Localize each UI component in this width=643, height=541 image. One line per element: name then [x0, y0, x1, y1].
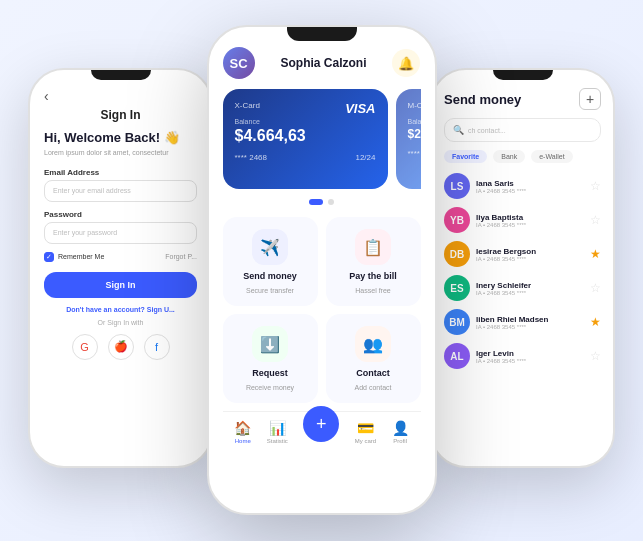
filter-bank[interactable]: Bank — [493, 150, 525, 163]
contact-number-0: IA • 2468 3545 **** — [476, 188, 590, 194]
star-icon-5[interactable]: ☆ — [590, 349, 601, 363]
card-mcard[interactable]: M-Card Balance $2.664, **** 7897 — [396, 89, 421, 189]
email-input[interactable]: Enter your email address — [44, 180, 197, 202]
contact-item-5[interactable]: AL lger Levin IA • 2468 3545 **** ☆ — [444, 343, 601, 369]
nav-add-button[interactable]: + — [303, 406, 339, 442]
add-contact-button[interactable]: + — [579, 88, 601, 110]
contact-name-2: lesirae Bergson — [476, 247, 590, 256]
contact-item-0[interactable]: LS lana Saris IA • 2468 3545 **** ☆ — [444, 173, 601, 199]
password-label: Password — [44, 210, 197, 219]
contact-name-4: liben Rhiel Madsen — [476, 315, 590, 324]
request-title: Request — [252, 368, 288, 378]
send-money-title: Send money — [243, 271, 297, 281]
remember-checkbox[interactable]: ✓ — [44, 252, 54, 262]
nav-home[interactable]: 🏠 Home — [234, 420, 251, 444]
send-money-button[interactable]: ✈️ Send money Secure transfer — [223, 217, 318, 306]
contact-avatar-2: DB — [444, 241, 470, 267]
contact-name-3: lnery Schleifer — [476, 281, 590, 290]
star-icon-2[interactable]: ★ — [590, 247, 601, 261]
contact-info-4: liben Rhiel Madsen IA • 2468 3545 **** — [476, 315, 590, 330]
contact-avatar-4: BM — [444, 309, 470, 335]
nav-statistic[interactable]: 📊 Statistic — [267, 420, 288, 444]
nav-mycard-label: My card — [355, 438, 376, 444]
contact-number-4: IA • 2468 3545 **** — [476, 324, 590, 330]
contact-name-0: lana Saris — [476, 179, 590, 188]
contact-item-1[interactable]: YB liya Baptista IA • 2468 3545 **** ☆ — [444, 207, 601, 233]
right-phone-title: Send money — [444, 92, 521, 107]
pay-bill-title: Pay the bill — [349, 271, 397, 281]
contact-number-1: IA • 2468 3545 **** — [476, 222, 590, 228]
contacts-list: LS lana Saris IA • 2468 3545 **** ☆ YB l… — [444, 173, 601, 369]
signin-button[interactable]: Sign In — [44, 272, 197, 298]
contact-button[interactable]: 👥 Contact Add contact — [326, 314, 421, 403]
left-phone: ‹ Sign In Hi, Welcome Back! 👋 Lorem ipsu… — [28, 68, 213, 468]
facebook-signin-button[interactable]: f — [144, 334, 170, 360]
pay-bill-button[interactable]: 📋 Pay the bill Hassel free — [326, 217, 421, 306]
back-arrow[interactable]: ‹ — [44, 88, 197, 104]
notch-center — [287, 27, 357, 41]
request-icon: ⬇️ — [252, 326, 288, 362]
lorem-text: Lorem ipsum dolor sit amet, consectetur — [44, 148, 197, 158]
forgot-link[interactable]: Forgot P... — [165, 253, 197, 260]
google-signin-button[interactable]: G — [72, 334, 98, 360]
filter-ewallet[interactable]: e-Wallet — [531, 150, 572, 163]
statistic-icon: 📊 — [269, 420, 286, 436]
filter-tabs: Favorite Bank e-Wallet — [444, 150, 601, 163]
request-button[interactable]: ⬇️ Request Receive money — [223, 314, 318, 403]
contact-info-5: lger Levin IA • 2468 3545 **** — [476, 349, 590, 364]
card-number: **** 2468 — [235, 153, 267, 162]
mycard-icon: 💳 — [357, 420, 374, 436]
send-money-icon: ✈️ — [252, 229, 288, 265]
contact-info-0: lana Saris IA • 2468 3545 **** — [476, 179, 590, 194]
filter-favorite[interactable]: Favorite — [444, 150, 487, 163]
actions-grid: ✈️ Send money Secure transfer 📋 Pay the … — [223, 217, 421, 403]
card-xcard[interactable]: X-Card VISA Balance $4.664,63 **** 2468 … — [223, 89, 388, 189]
email-placeholder: Enter your email address — [53, 187, 131, 194]
notch-left — [91, 70, 151, 80]
contact-item-3[interactable]: ES lnery Schleifer IA • 2468 3545 **** ☆ — [444, 275, 601, 301]
remember-label: Remember Me — [58, 253, 104, 260]
mcard-balance: $2.664, — [408, 127, 421, 141]
apple-signin-button[interactable]: 🍎 — [108, 334, 134, 360]
nav-mycard[interactable]: 💳 My card — [355, 420, 376, 444]
contact-number-5: IA • 2468 3545 **** — [476, 358, 590, 364]
contact-number-2: IA • 2468 3545 **** — [476, 256, 590, 262]
profil-icon: 👤 — [392, 420, 409, 436]
contact-item-4[interactable]: BM liben Rhiel Madsen IA • 2468 3545 ***… — [444, 309, 601, 335]
star-icon-1[interactable]: ☆ — [590, 213, 601, 227]
email-label: Email Address — [44, 168, 197, 177]
welcome-text: Hi, Welcome Back! 👋 — [44, 130, 197, 145]
card-balance: $4.664,63 — [235, 127, 376, 145]
password-input[interactable]: Enter your password — [44, 222, 197, 244]
star-icon-3[interactable]: ☆ — [590, 281, 601, 295]
signup-link[interactable]: Sign U... — [147, 306, 175, 313]
dot-2[interactable] — [328, 199, 334, 205]
mcard-number: **** 7897 — [408, 149, 421, 158]
contact-item-2[interactable]: DB lesirae Bergson IA • 2468 3545 **** ★ — [444, 241, 601, 267]
star-icon-0[interactable]: ☆ — [590, 179, 601, 193]
contact-title: Contact — [356, 368, 390, 378]
cards-container: X-Card VISA Balance $4.664,63 **** 2468 … — [223, 89, 421, 189]
contact-avatar-0: LS — [444, 173, 470, 199]
mcard-balance-label: Balance — [408, 118, 421, 125]
user-avatar[interactable]: SC — [223, 47, 255, 79]
card-balance-label: Balance — [235, 118, 376, 125]
nav-statistic-label: Statistic — [267, 438, 288, 444]
search-field[interactable]: 🔍 ch contact... — [444, 118, 601, 142]
card-mcard-name: M-Card — [408, 101, 421, 110]
contact-icon: 👥 — [355, 326, 391, 362]
bell-icon[interactable]: 🔔 — [392, 49, 420, 77]
dot-1[interactable] — [309, 199, 323, 205]
request-sub: Receive money — [246, 384, 294, 391]
contact-name-5: lger Levin — [476, 349, 590, 358]
home-icon: 🏠 — [234, 420, 251, 436]
contact-avatar-5: AL — [444, 343, 470, 369]
pay-bill-sub: Hassel free — [355, 287, 390, 294]
contact-sub: Add contact — [355, 384, 392, 391]
search-placeholder: ch contact... — [468, 127, 506, 134]
bottom-nav: 🏠 Home 📊 Statistic + 💳 My card 👤 Profil — [223, 411, 421, 448]
nav-profil[interactable]: 👤 Profil — [392, 420, 409, 444]
or-signin-text: Or Sign In with — [44, 319, 197, 326]
star-icon-4[interactable]: ★ — [590, 315, 601, 329]
card-dots — [223, 199, 421, 205]
